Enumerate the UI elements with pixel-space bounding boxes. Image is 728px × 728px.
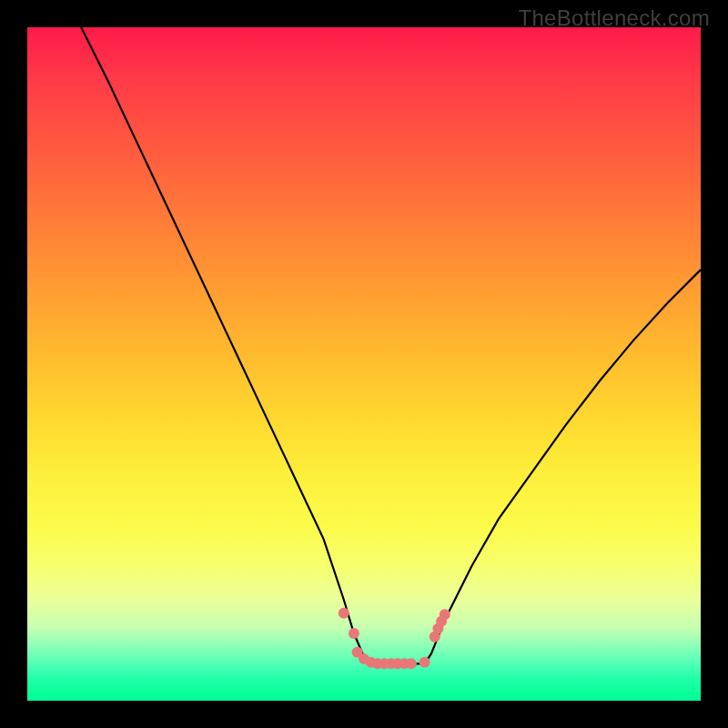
curve-marker — [406, 658, 417, 669]
bottleneck-curve — [81, 27, 701, 663]
curve-marker — [440, 609, 450, 620]
watermark-text: TheBottleneck.com — [518, 5, 710, 31]
curve-marker — [420, 657, 430, 668]
curve-markers — [339, 608, 450, 670]
bottleneck-curve-svg — [27, 27, 701, 701]
chart-frame: TheBottleneck.com — [0, 0, 728, 728]
plot-area — [27, 27, 701, 701]
curve-marker — [339, 608, 349, 619]
curve-marker — [349, 628, 359, 639]
